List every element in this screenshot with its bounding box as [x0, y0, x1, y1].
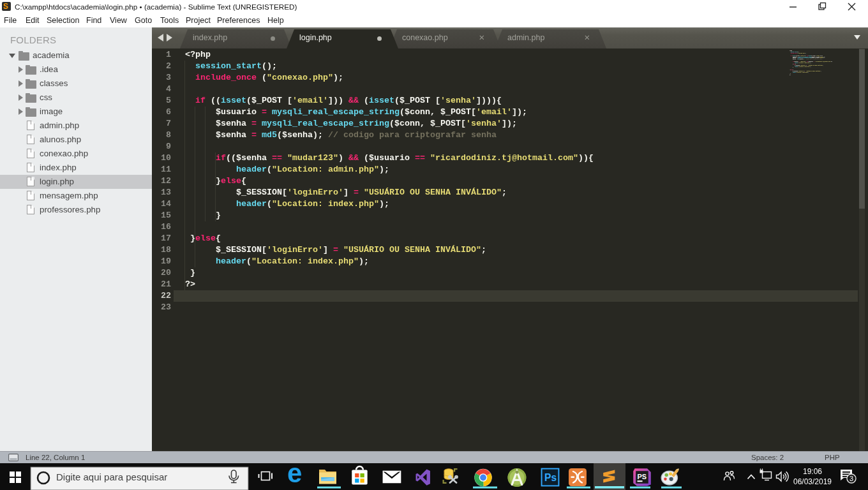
svg-text:e: e [287, 463, 302, 488]
svg-text:Ps: Ps [544, 472, 557, 483]
svg-text:3: 3 [849, 475, 853, 482]
svg-text:PS: PS [638, 473, 647, 480]
